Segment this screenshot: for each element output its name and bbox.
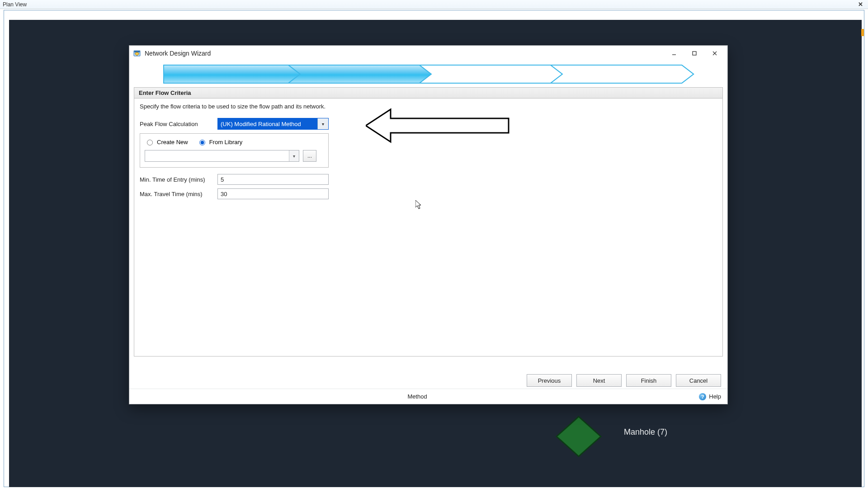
- maximize-button[interactable]: [684, 47, 704, 60]
- wizard-icon: [133, 49, 141, 57]
- peak-flow-label: Peak Flow Calculation: [140, 121, 212, 127]
- finish-button[interactable]: Finish: [626, 374, 671, 387]
- annotation-arrow: [366, 108, 510, 144]
- cancel-label: Cancel: [689, 377, 708, 384]
- help-label: Help: [709, 393, 721, 400]
- radio-from-library-label: From Library: [209, 139, 243, 145]
- chevron-down-icon[interactable]: ▾: [289, 150, 299, 161]
- scrollbar-marker[interactable]: [861, 29, 864, 36]
- manhole-icon: [554, 414, 604, 459]
- status-text: Method: [136, 393, 699, 400]
- wizard-dialog: Network Design Wizard: [129, 45, 728, 404]
- minimize-button[interactable]: [664, 47, 684, 60]
- max-time-label: Max. Travel Time (mins): [140, 191, 212, 197]
- source-group: Create New From Library ▾ ...: [140, 133, 329, 168]
- section-header: Enter Flow Criteria: [134, 87, 723, 98]
- svg-rect-4: [693, 52, 696, 55]
- app-title: Plan View: [3, 1, 27, 8]
- previous-label: Previous: [538, 377, 561, 384]
- dialog-title: Network Design Wizard: [145, 50, 664, 57]
- dialog-footer: Previous Next Finish Cancel Method ? Hel…: [129, 369, 727, 404]
- next-button[interactable]: Next: [576, 374, 622, 387]
- svg-marker-8: [415, 200, 421, 209]
- svg-marker-0: [557, 417, 601, 456]
- app-close-button[interactable]: ✕: [855, 1, 865, 8]
- manhole-label: Manhole (7): [624, 427, 667, 437]
- dialog-titlebar[interactable]: Network Design Wizard: [129, 46, 727, 61]
- svg-marker-7: [366, 109, 509, 142]
- close-button[interactable]: [704, 47, 725, 60]
- peak-flow-select[interactable]: (UK) Modified Rational Method ▾: [217, 118, 329, 130]
- min-time-input[interactable]: [217, 174, 329, 185]
- radio-from-library[interactable]: From Library: [197, 138, 243, 145]
- app-titlebar: Plan View ✕: [0, 0, 868, 9]
- help-link[interactable]: ? Help: [699, 393, 721, 400]
- previous-button[interactable]: Previous: [527, 374, 572, 387]
- chevron-down-icon[interactable]: ▾: [317, 118, 328, 129]
- radio-create-new[interactable]: Create New: [145, 138, 188, 145]
- peak-flow-selected: (UK) Modified Rational Method: [221, 121, 326, 127]
- progress-bar: [129, 61, 727, 87]
- browse-button[interactable]: ...: [303, 150, 316, 162]
- section-title: Enter Flow Criteria: [139, 89, 191, 96]
- help-icon: ?: [699, 393, 706, 400]
- finish-label: Finish: [641, 377, 657, 384]
- ellipsis-label: ...: [307, 153, 312, 159]
- max-time-input[interactable]: [217, 188, 329, 199]
- cursor-icon: [415, 200, 423, 210]
- radio-create-new-input[interactable]: [147, 140, 153, 145]
- radio-create-new-label: Create New: [157, 139, 188, 145]
- min-time-label: Min. Time of Entry (mins): [140, 176, 212, 183]
- form-body: Specify the flow criteria to be used to …: [134, 98, 723, 357]
- cancel-button[interactable]: Cancel: [676, 374, 721, 387]
- radio-from-library-input[interactable]: [199, 140, 205, 145]
- next-label: Next: [593, 377, 605, 384]
- library-select[interactable]: ▾: [145, 150, 299, 162]
